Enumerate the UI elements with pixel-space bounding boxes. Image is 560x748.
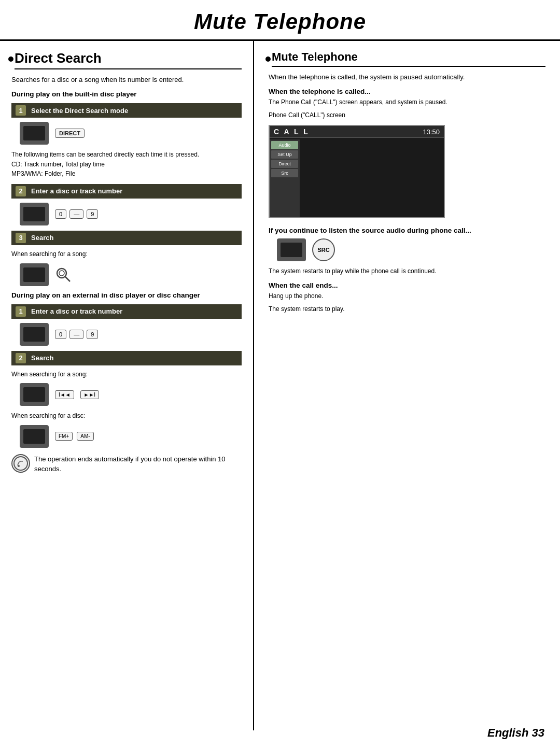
step5-number: 2 <box>16 353 26 363</box>
sidebar-direct: Direct <box>271 160 298 168</box>
step5-track-row: I◄◄ ►►I <box>20 383 242 406</box>
head-unit-2 <box>20 203 49 225</box>
am-button: AM- <box>77 432 93 441</box>
left-column: Direct Search Searches for a disc or a s… <box>0 41 254 730</box>
direct-button: DIRECT <box>55 129 85 138</box>
phone-screen-label: Phone Call ("CALL") screen <box>269 110 545 120</box>
head-unit-6 <box>20 425 49 448</box>
head-unit-4 <box>20 323 49 346</box>
svg-point-3 <box>14 457 27 470</box>
step2-number: 2 <box>16 186 26 196</box>
fm-button: FM+ <box>55 432 73 441</box>
svg-point-0 <box>57 269 66 278</box>
direct-search-title: Direct Search <box>15 50 242 69</box>
step5-header: 2 Search <box>11 351 242 365</box>
src-button: SRC <box>312 238 335 261</box>
section1-title: During play on the built-in disc player <box>11 90 242 98</box>
step4-device-row: 0 — 9 <box>20 323 242 346</box>
step5-note2: When searching for a disc: <box>11 411 242 421</box>
step4-label: Enter a disc or track number <box>31 307 122 315</box>
btn-0: 0 <box>55 209 66 219</box>
mute-telephone-title: Mute Telephone <box>272 50 545 67</box>
btn-range-1: 0 — 9 <box>55 209 98 219</box>
note-box: The operation ends automatically if you … <box>11 454 242 474</box>
page-title: Mute Telephone <box>194 9 366 34</box>
step1-device-row: DIRECT <box>20 122 242 145</box>
mute-telephone-intro: When the telephone is called, the system… <box>269 72 545 82</box>
btn-9: 9 <box>87 209 98 219</box>
call-label: C A L L <box>274 128 310 136</box>
bullet-dot-left <box>8 57 13 62</box>
if-continue-title: If you continue to listen the source aud… <box>269 227 545 234</box>
next-button: ►►I <box>80 390 100 399</box>
fm-am-row: FM+ AM- <box>55 432 94 441</box>
head-unit-3 <box>20 263 49 286</box>
head-unit-src <box>277 238 306 261</box>
range-dash-2: — <box>69 330 83 339</box>
step5-note1: When searching for a song: <box>11 370 242 379</box>
step3-note: When searching for a song: <box>11 249 242 259</box>
main-content: Direct Search Searches for a disc or a s… <box>0 41 560 730</box>
step2-device-row: 0 — 9 <box>20 203 242 225</box>
btn-range-2: 0 — 9 <box>55 330 98 339</box>
if-continue-desc: The system restarts to play while the ph… <box>269 266 545 276</box>
btn-9-2: 9 <box>87 330 98 339</box>
sidebar-setup: Set Up <box>271 150 298 159</box>
step2-label: Enter a disc or track number <box>31 187 122 195</box>
page-title-bar: Mute Telephone <box>0 0 560 41</box>
search-icon <box>55 266 72 283</box>
when-ends-title: When the call ends... <box>269 281 545 289</box>
when-called-desc: The Phone Call ("CALL") screen appears, … <box>269 97 545 107</box>
direct-search-intro: Searches for a disc or a song when its n… <box>11 75 242 85</box>
when-ends-desc2: The system restarts to play. <box>269 304 545 314</box>
head-unit-5 <box>20 383 49 406</box>
step1-label: Select the Direct Search mode <box>31 107 128 115</box>
right-column: Mute Telephone When the telephone is cal… <box>254 41 560 730</box>
when-called-title: When the telephone is called... <box>269 88 545 95</box>
svg-line-1 <box>65 277 70 281</box>
step3-label: Search <box>31 234 53 242</box>
src-device-row: SRC <box>277 238 545 261</box>
sidebar-audio: Audio <box>271 141 298 149</box>
call-time: 13:50 <box>423 128 440 136</box>
phone-call-screen: C A L L 13:50 Audio Set Up Direct Src <box>269 125 445 218</box>
step4-number: 1 <box>16 306 26 317</box>
phone-topbar: C A L L 13:50 <box>270 126 444 138</box>
step3-device-row <box>20 263 242 286</box>
bullet-dot-right <box>265 57 271 62</box>
step1-note: The following items can be searched dire… <box>11 150 242 179</box>
prev-button: I◄◄ <box>55 390 74 399</box>
step3-header: 3 Search <box>11 231 242 245</box>
when-ends-desc1: Hang up the phone. <box>269 291 545 301</box>
step3-number: 3 <box>16 233 26 243</box>
right-col-header: Mute Telephone <box>269 50 545 67</box>
sidebar-src: Src <box>271 169 298 177</box>
step1-header: 1 Select the Direct Search mode <box>11 103 242 118</box>
section2-title: During play on an external in disc playe… <box>11 291 242 299</box>
range-dash: — <box>69 209 83 219</box>
note-text: The operation ends automatically if you … <box>34 454 242 474</box>
step2-header: 2 Enter a disc or track number <box>11 184 242 199</box>
head-unit-1 <box>20 122 49 145</box>
note-symbol <box>13 456 28 471</box>
step5-disc-row: FM+ AM- <box>20 425 242 448</box>
step4-header: 1 Enter a disc or track number <box>11 304 242 319</box>
left-col-header: Direct Search <box>11 50 242 69</box>
step1-number: 1 <box>16 105 26 116</box>
page-footer: English 33 <box>487 726 544 740</box>
step5-label: Search <box>31 354 53 362</box>
phone-sidebar: Audio Set Up Direct Src <box>270 139 300 217</box>
svg-point-2 <box>59 271 64 276</box>
svg-point-4 <box>18 465 20 467</box>
note-icon <box>11 454 30 473</box>
btn-0-2: 0 <box>55 330 66 339</box>
